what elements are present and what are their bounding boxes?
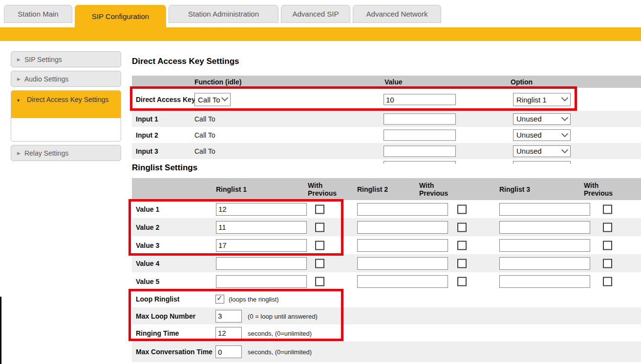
tab-station-main[interactable]: Station Main	[4, 5, 72, 23]
tab-sip-configuration[interactable]: SIP Configuration	[75, 5, 166, 28]
option-select[interactable]: Unused	[513, 129, 571, 141]
table-row-ringing-time: Ringing Time seconds, (0=unlimited)	[132, 324, 641, 342]
loop-ringlist-checkbox[interactable]	[215, 295, 224, 303]
option-select[interactable]: Unused	[513, 113, 571, 125]
table-header-row: Ringlist 1 With Previous Ringlist 2 With…	[132, 178, 641, 200]
table-row-direct-access-key-1: Direct Access Key 1 Call To Ringlist 1	[132, 88, 641, 111]
value-input[interactable]	[384, 94, 456, 105]
with-previous-checkbox[interactable]	[603, 222, 612, 232]
value-input[interactable]	[384, 145, 456, 157]
row-label: Value 2	[136, 223, 159, 231]
max-conversation-time-input[interactable]	[215, 345, 242, 358]
chevron-down-icon	[561, 130, 568, 137]
ringlist2-value-input[interactable]	[357, 221, 448, 234]
option-select-value: Unused	[516, 147, 542, 155]
row-label: Value 4	[136, 260, 159, 267]
value-input[interactable]	[384, 113, 456, 124]
ringlist3-value-input[interactable]	[499, 203, 590, 216]
section-title-direct-access-key: Direct Access Key Settings	[132, 57, 239, 66]
ringlist1-value-input[interactable]	[216, 221, 307, 234]
with-previous-checkbox[interactable]	[457, 222, 467, 232]
with-previous-checkbox[interactable]	[457, 277, 467, 286]
sidebar-item-direct-access-key-settings[interactable]: ▼ Direct Access Key Settings	[11, 90, 121, 142]
option-select-value: Ringlist 1	[516, 95, 547, 103]
table-row-input-2: Input 2 Call To Unused	[132, 127, 641, 143]
sidebar-item-audio-settings[interactable]: ▶ Audio Settings	[11, 71, 121, 87]
column-header-option: Option	[511, 78, 533, 86]
column-header-with-previous-1: With Previous	[308, 182, 339, 197]
function-static: Call To	[194, 115, 215, 123]
chevron-right-icon: ▶	[17, 151, 21, 156]
chevron-down-icon	[561, 114, 568, 121]
table-row-max-loop-number: Max Loop Number (0 = loop until answered…	[132, 307, 641, 324]
ringlist1-value-input[interactable]	[216, 275, 307, 288]
with-previous-checkbox[interactable]	[315, 222, 324, 232]
table-header-row: Function (idle) Value Option	[132, 76, 641, 88]
annotation-line	[0, 297, 1, 364]
value-input-partial[interactable]	[384, 161, 456, 164]
table-row-input-3: Input 3 Call To Unused	[132, 143, 641, 159]
sidebar-item-sip-settings[interactable]: ▶ SIP Settings	[11, 51, 121, 67]
ringing-time-note: seconds, (0=unlimited)	[248, 329, 312, 337]
ringlist1-value-input[interactable]	[216, 257, 307, 270]
with-previous-checkbox[interactable]	[603, 259, 612, 268]
ringlist2-value-input[interactable]	[357, 239, 448, 252]
option-select-partial[interactable]	[513, 161, 571, 164]
row-label: Value 1	[136, 205, 159, 213]
with-previous-checkbox[interactable]	[603, 204, 612, 214]
with-previous-checkbox[interactable]	[315, 241, 324, 250]
table-row-value-3: Value 3	[132, 236, 641, 254]
chevron-down-icon	[561, 146, 568, 153]
value-input[interactable]	[384, 129, 456, 141]
column-header-ringlist-1: Ringlist 1	[216, 185, 247, 193]
sidebar-item-label: Direct Access Key Settings	[27, 95, 110, 104]
function-static: Call To	[194, 147, 215, 155]
table-row-loop-ringlist: Loop Ringlist (loops the ringlist)	[132, 290, 641, 307]
chevron-right-icon: ▶	[17, 77, 21, 81]
table-row-input-1: Input 1 Call To Unused	[132, 111, 641, 127]
ringlist2-value-input[interactable]	[357, 203, 448, 216]
column-header-with-previous-3: With Previous	[584, 182, 615, 197]
max-loop-number-input[interactable]	[215, 310, 242, 323]
table-row-partial	[132, 159, 641, 164]
tab-station-administration[interactable]: Station Administration	[169, 5, 278, 23]
with-previous-checkbox[interactable]	[315, 204, 324, 214]
ringlist3-value-input[interactable]	[499, 257, 590, 270]
ringlist-table: Ringlist 1 With Previous Ringlist 2 With…	[132, 178, 641, 362]
tab-advanced-sip[interactable]: Advanced SIP	[281, 5, 350, 23]
function-select[interactable]: Call To	[194, 93, 231, 106]
section-title-ringlist: Ringlist Settings	[132, 163, 197, 173]
row-label: Direct Access Key 1	[136, 96, 201, 103]
ringing-time-input[interactable]	[215, 327, 242, 340]
with-previous-checkbox[interactable]	[457, 259, 467, 268]
table-row-value-2: Value 2	[132, 218, 641, 236]
with-previous-checkbox[interactable]	[457, 204, 467, 214]
loop-ringlist-note: (loops the ringlist)	[229, 295, 279, 303]
table-row-max-conversation-time: Max Conversation Time seconds, (0=unlimi…	[132, 342, 641, 362]
chevron-down-icon: ▼	[16, 98, 21, 103]
ringlist3-value-input[interactable]	[499, 239, 590, 252]
option-select[interactable]: Ringlist 1	[513, 93, 571, 106]
tab-advanced-network[interactable]: Advanced Network	[353, 5, 441, 23]
column-header-function: Function (idle)	[194, 78, 241, 86]
ringlist3-value-input[interactable]	[499, 221, 590, 234]
ringlist3-value-input[interactable]	[499, 275, 590, 288]
function-static: Call To	[194, 131, 215, 139]
with-previous-checkbox[interactable]	[315, 277, 324, 286]
option-select[interactable]: Unused	[513, 145, 571, 157]
sidebar-item-relay-settings[interactable]: ▶ Relay Settings	[11, 145, 121, 161]
with-previous-checkbox[interactable]	[457, 241, 467, 250]
ringlist2-value-input[interactable]	[357, 275, 448, 288]
chevron-right-icon: ▶	[17, 57, 21, 62]
with-previous-checkbox[interactable]	[603, 277, 612, 286]
row-label: Input 2	[136, 131, 158, 139]
with-previous-checkbox[interactable]	[603, 241, 612, 250]
sidebar-active-header[interactable]: ▼ Direct Access Key Settings	[11, 91, 121, 118]
table-row-value-4: Value 4	[132, 254, 641, 272]
with-previous-checkbox[interactable]	[315, 259, 324, 268]
ringlist1-value-input[interactable]	[216, 203, 307, 216]
column-header-value: Value	[385, 78, 403, 86]
ringlist2-value-input[interactable]	[357, 257, 448, 270]
ringlist1-value-input[interactable]	[216, 239, 307, 252]
column-header-with-previous-2: With Previous	[419, 182, 450, 197]
